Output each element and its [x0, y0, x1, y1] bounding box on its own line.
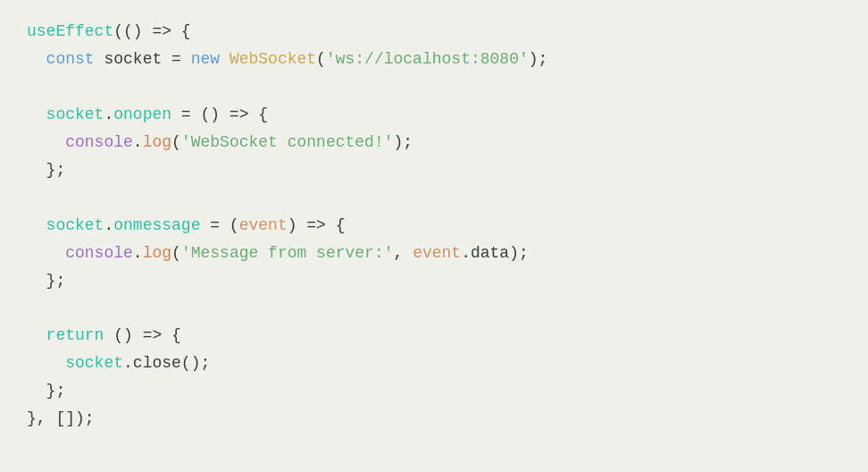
code-token: }; — [46, 156, 66, 184]
code-token: ) => { — [288, 212, 346, 240]
code-token: socket = — [95, 46, 191, 73]
code-token: . — [133, 240, 143, 267]
code-line: socket.onopen = () => { — [27, 101, 841, 129]
code-token: }, []); — [27, 405, 95, 433]
code-token: 'ws://localhost:8080' — [326, 46, 529, 73]
code-line: return () => { — [27, 322, 841, 350]
code-line: }; — [27, 377, 841, 405]
code-token: . — [133, 129, 143, 156]
code-token: log — [143, 240, 171, 267]
code-token: ( — [316, 46, 326, 73]
code-token: onmessage — [113, 212, 200, 240]
code-line: socket.onmessage = (event) => { — [27, 212, 841, 240]
code-line — [27, 184, 841, 212]
code-token: . — [104, 212, 113, 240]
code-token: onopen — [113, 101, 171, 129]
code-token: = () => { — [171, 101, 268, 129]
code-token: socket — [65, 350, 123, 377]
code-token: 'WebSocket connected!' — [181, 129, 394, 156]
code-token: event — [239, 212, 288, 240]
code-token: console — [65, 240, 133, 267]
code-token: (() => { — [113, 18, 190, 46]
code-line: useEffect(() => { — [27, 18, 841, 46]
code-token: WebSocket — [230, 46, 316, 73]
code-line: const socket = new WebSocket('ws://local… — [27, 46, 841, 73]
code-token: . — [104, 101, 113, 129]
code-line: }, []); — [27, 405, 841, 433]
code-token: log — [143, 129, 171, 156]
code-token: ); — [529, 46, 548, 73]
code-line — [27, 73, 841, 101]
code-token: 'Message from server:' — [181, 240, 394, 267]
code-token: event — [413, 240, 461, 267]
code-line: }; — [27, 156, 841, 184]
code-token: .close(); — [123, 350, 210, 377]
code-token: = ( — [200, 212, 238, 240]
code-line: console.log('WebSocket connected!'); — [27, 129, 841, 156]
code-token: socket — [46, 212, 104, 240]
code-token: useEffect — [27, 18, 113, 46]
code-line: }; — [27, 267, 841, 295]
code-line: console.log('Message from server:', even… — [27, 240, 841, 267]
code-token: }; — [46, 267, 66, 295]
code-token — [220, 46, 230, 73]
code-token: .data); — [461, 240, 529, 267]
code-token: , — [394, 240, 413, 267]
code-token: return — [46, 322, 104, 350]
code-token: () => { — [104, 322, 180, 350]
code-token: ( — [171, 240, 181, 267]
code-token: ); — [394, 129, 413, 156]
code-line — [27, 295, 841, 323]
code-token: new — [191, 46, 220, 73]
code-block: useEffect(() => { const socket = new Web… — [0, 0, 868, 472]
code-token: }; — [46, 377, 66, 405]
code-token: console — [65, 129, 133, 156]
code-line: socket.close(); — [27, 350, 841, 377]
code-token: const — [46, 46, 95, 73]
code-token: ( — [171, 129, 181, 156]
code-token: socket — [46, 101, 104, 129]
